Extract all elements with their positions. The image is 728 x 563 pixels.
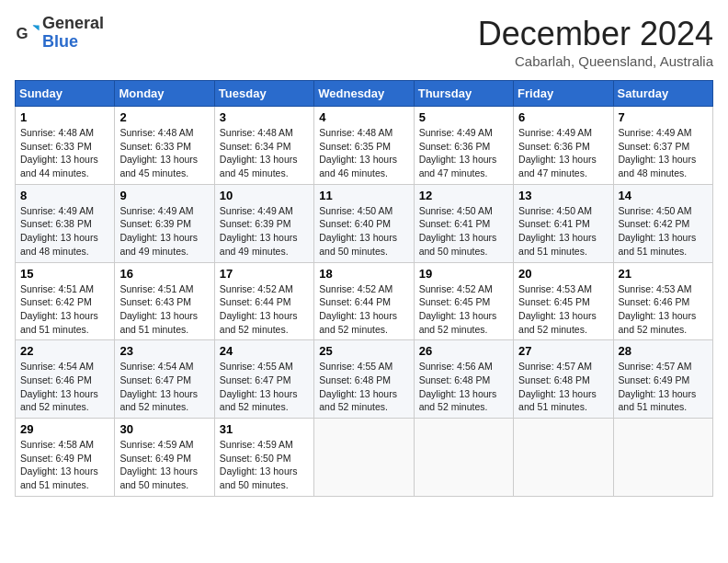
daylight-text: Daylight: 13 hours and 50 minutes. [220,465,298,490]
calendar-cell: 28Sunrise: 4:57 AMSunset: 6:49 PMDayligh… [613,340,712,419]
day-number: 5 [419,110,508,124]
day-number: 17 [220,267,309,281]
day-number: 25 [319,344,408,358]
sunrise-text: Sunrise: 4:48 AM [119,127,193,138]
sunrise-text: Sunrise: 4:50 AM [419,205,493,216]
header-saturday: Saturday [613,81,712,107]
daylight-text: Daylight: 13 hours and 45 minutes. [220,154,298,178]
sunset-text: Sunset: 6:49 PM [119,453,191,464]
calendar-cell: 17Sunrise: 4:52 AMSunset: 6:44 PMDayligh… [214,262,313,340]
day-detail: Sunrise: 4:50 AMSunset: 6:40 PMDaylight:… [319,204,408,259]
sunset-text: Sunset: 6:36 PM [518,141,590,152]
sunset-text: Sunset: 6:47 PM [220,374,291,385]
day-detail: Sunrise: 4:49 AMSunset: 6:39 PMDaylight:… [119,204,209,259]
header-sunday: Sunday [16,81,115,107]
sunset-text: Sunset: 6:41 PM [518,218,590,229]
sunset-text: Sunset: 6:39 PM [220,218,291,229]
sunrise-text: Sunrise: 4:54 AM [20,361,94,372]
daylight-text: Daylight: 13 hours and 51 minutes. [619,388,697,413]
sunrise-text: Sunrise: 4:49 AM [619,127,692,138]
day-number: 6 [518,110,608,124]
calendar-cell: 14Sunrise: 4:50 AMSunset: 6:42 PMDayligh… [613,184,712,262]
day-number: 2 [119,110,209,124]
calendar-cell [314,419,414,497]
sunset-text: Sunset: 6:42 PM [20,296,92,307]
daylight-text: Daylight: 13 hours and 49 minutes. [119,232,198,257]
day-detail: Sunrise: 4:59 AMSunset: 6:49 PMDaylight:… [119,438,209,492]
calendar-week-row: 15Sunrise: 4:51 AMSunset: 6:42 PMDayligh… [16,262,713,340]
header-monday: Monday [115,81,214,107]
svg-marker-2 [33,25,40,30]
calendar-cell: 15Sunrise: 4:51 AMSunset: 6:42 PMDayligh… [16,262,115,340]
calendar-cell: 23Sunrise: 4:54 AMSunset: 6:47 PMDayligh… [115,340,214,419]
title-block: December 2024 Cabarlah, Queensland, Aust… [478,15,713,69]
calendar-cell: 13Sunrise: 4:50 AMSunset: 6:41 PMDayligh… [514,184,613,262]
sunset-text: Sunset: 6:35 PM [319,141,391,152]
calendar-cell: 11Sunrise: 4:50 AMSunset: 6:40 PMDayligh… [314,184,414,262]
sunset-text: Sunset: 6:36 PM [419,141,491,152]
day-detail: Sunrise: 4:49 AMSunset: 6:36 PMDaylight:… [518,126,608,180]
daylight-text: Daylight: 13 hours and 51 minutes. [518,232,597,257]
sunrise-text: Sunrise: 4:55 AM [319,361,392,372]
daylight-text: Daylight: 13 hours and 51 minutes. [119,310,198,335]
daylight-text: Daylight: 13 hours and 52 minutes. [419,388,497,413]
sunrise-text: Sunrise: 4:48 AM [319,127,392,138]
daylight-text: Daylight: 13 hours and 52 minutes. [220,310,298,335]
day-detail: Sunrise: 4:53 AMSunset: 6:46 PMDaylight:… [619,282,708,337]
day-detail: Sunrise: 4:54 AMSunset: 6:46 PMDaylight:… [20,360,109,414]
calendar-week-row: 22Sunrise: 4:54 AMSunset: 6:46 PMDayligh… [16,340,713,419]
day-number: 7 [619,110,708,124]
sunset-text: Sunset: 6:48 PM [518,374,590,385]
calendar-cell: 9Sunrise: 4:49 AMSunset: 6:39 PMDaylight… [115,184,214,262]
day-number: 15 [20,267,109,281]
day-number: 24 [220,344,309,358]
day-detail: Sunrise: 4:50 AMSunset: 6:41 PMDaylight:… [518,204,608,259]
day-detail: Sunrise: 4:51 AMSunset: 6:43 PMDaylight:… [119,282,209,337]
header-tuesday: Tuesday [214,81,313,107]
sunrise-text: Sunrise: 4:52 AM [220,283,293,294]
calendar-cell [613,419,712,497]
sunrise-text: Sunrise: 4:50 AM [619,205,692,216]
day-detail: Sunrise: 4:49 AMSunset: 6:38 PMDaylight:… [20,204,109,259]
day-detail: Sunrise: 4:54 AMSunset: 6:47 PMDaylight:… [119,360,209,414]
sunset-text: Sunset: 6:44 PM [319,296,391,307]
calendar-cell: 4Sunrise: 4:48 AMSunset: 6:35 PMDaylight… [314,107,414,185]
day-detail: Sunrise: 4:58 AMSunset: 6:49 PMDaylight:… [20,438,109,492]
calendar-cell: 7Sunrise: 4:49 AMSunset: 6:37 PMDaylight… [613,107,712,185]
daylight-text: Daylight: 13 hours and 48 minutes. [20,232,98,257]
sunset-text: Sunset: 6:46 PM [619,296,690,307]
sunset-text: Sunset: 6:41 PM [419,218,491,229]
day-detail: Sunrise: 4:52 AMSunset: 6:45 PMDaylight:… [419,282,508,337]
sunrise-text: Sunrise: 4:53 AM [518,283,592,294]
sunset-text: Sunset: 6:46 PM [20,374,92,385]
day-detail: Sunrise: 4:49 AMSunset: 6:37 PMDaylight:… [619,126,708,180]
calendar-cell: 19Sunrise: 4:52 AMSunset: 6:45 PMDayligh… [414,262,513,340]
sunset-text: Sunset: 6:49 PM [20,453,92,464]
sunrise-text: Sunrise: 4:49 AM [20,205,94,216]
sunset-text: Sunset: 6:34 PM [220,141,291,152]
calendar-cell: 31Sunrise: 4:59 AMSunset: 6:50 PMDayligh… [214,419,313,497]
calendar-week-row: 8Sunrise: 4:49 AMSunset: 6:38 PMDaylight… [16,184,713,262]
header-wednesday: Wednesday [314,81,414,107]
calendar-cell: 21Sunrise: 4:53 AMSunset: 6:46 PMDayligh… [613,262,712,340]
calendar-cell: 3Sunrise: 4:48 AMSunset: 6:34 PMDaylight… [214,107,313,185]
logo-blue-text: Blue [42,33,104,52]
calendar-cell: 27Sunrise: 4:57 AMSunset: 6:48 PMDayligh… [514,340,613,419]
daylight-text: Daylight: 13 hours and 51 minutes. [20,465,98,490]
location-subtitle: Cabarlah, Queensland, Australia [478,53,713,69]
sunset-text: Sunset: 6:38 PM [20,218,92,229]
day-number: 19 [419,267,508,281]
sunrise-text: Sunrise: 4:54 AM [119,361,193,372]
calendar-cell: 2Sunrise: 4:48 AMSunset: 6:33 PMDaylight… [115,107,214,185]
calendar-week-row: 1Sunrise: 4:48 AMSunset: 6:33 PMDaylight… [16,107,713,185]
sunset-text: Sunset: 6:48 PM [419,374,491,385]
calendar-table: Sunday Monday Tuesday Wednesday Thursday… [15,80,713,497]
day-detail: Sunrise: 4:49 AMSunset: 6:36 PMDaylight:… [419,126,508,180]
calendar-cell: 29Sunrise: 4:58 AMSunset: 6:49 PMDayligh… [16,419,115,497]
calendar-header-row: Sunday Monday Tuesday Wednesday Thursday… [16,81,713,107]
day-detail: Sunrise: 4:50 AMSunset: 6:41 PMDaylight:… [419,204,508,259]
calendar-week-row: 29Sunrise: 4:58 AMSunset: 6:49 PMDayligh… [16,419,713,497]
daylight-text: Daylight: 13 hours and 47 minutes. [419,154,497,178]
calendar-cell: 8Sunrise: 4:49 AMSunset: 6:38 PMDaylight… [16,184,115,262]
day-detail: Sunrise: 4:55 AMSunset: 6:47 PMDaylight:… [220,360,309,414]
